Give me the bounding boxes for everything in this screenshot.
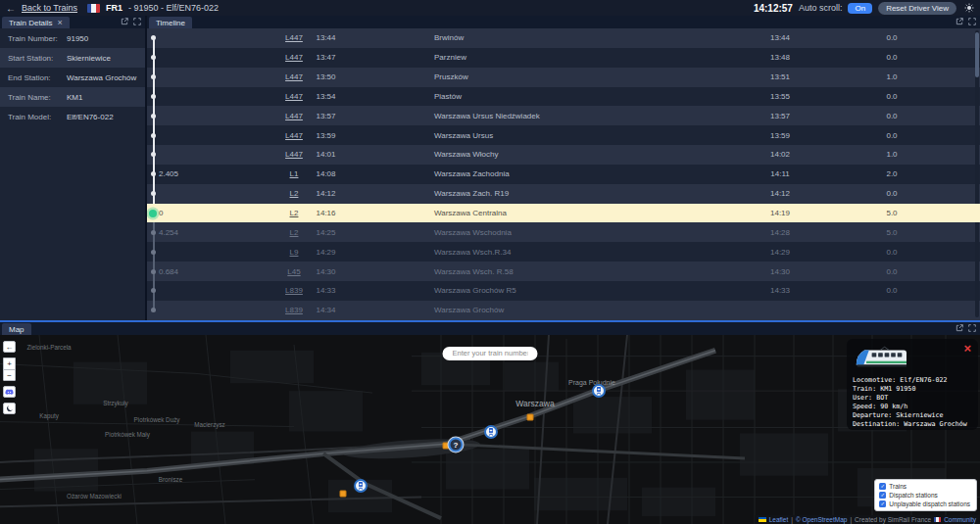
timeline-row[interactable]: L447 13:59 Warszawa Ursus 13:59 0.0 <box>147 125 980 145</box>
actual-time-cell: 14:12 <box>755 184 806 204</box>
selected-train-marker[interactable]: ? <box>449 438 464 453</box>
timeline-dot <box>151 308 156 312</box>
map-place-label: Ożarów Mazowiecki <box>67 493 122 500</box>
dark-mode-button[interactable] <box>3 403 16 414</box>
timeline-row[interactable]: L839 14:33 Warszawa Grochów R5 14:33 0.0 <box>147 281 980 301</box>
close-icon[interactable]: × <box>58 19 63 27</box>
moon-icon <box>6 405 14 412</box>
train-search-input[interactable] <box>443 347 538 360</box>
actual-time-cell <box>755 301 806 320</box>
timeline-row[interactable]: L447 13:47 Parzniew 13:48 0.0 <box>147 48 980 68</box>
layer-row[interactable]: ✓ Dispatch stations <box>879 492 970 499</box>
timeline-row[interactable]: 0 L2 14:16 Warszawa Centralna 14:19 5.0 <box>147 204 980 223</box>
detail-row: Train Name: KM1 <box>0 87 145 107</box>
tab-timeline[interactable]: Timeline <box>149 17 192 28</box>
popout-icon[interactable] <box>956 324 963 332</box>
detail-value: Warszawa Grochów <box>67 73 136 82</box>
station-cell: Warszawa Zachodnia <box>434 165 510 184</box>
station-cell: Warszawa Ursus <box>434 125 493 145</box>
scheduled-time-cell: 13:59 <box>304 125 348 145</box>
tab-map[interactable]: Map <box>2 323 31 335</box>
locomotive-details: Locomotive: Elf/EN76-022Train: KM1 91950… <box>853 376 972 429</box>
train-marker[interactable] <box>354 479 368 493</box>
station-cell: Warszawa Włochy <box>434 145 499 165</box>
timeline-row[interactable]: L447 14:01 Warszawa Włochy 14:02 1.0 <box>147 145 980 165</box>
zoom-in-button[interactable]: + <box>3 357 16 369</box>
timeline-row[interactable]: 4.254 L2 14:25 Warszawa Wschodnia 14:28 … <box>147 222 980 242</box>
leaflet-link[interactable]: Leaflet <box>769 516 789 523</box>
checkbox-checked-icon[interactable]: ✓ <box>879 483 886 490</box>
fullscreen-icon[interactable] <box>133 18 141 25</box>
back-to-trains-link[interactable]: Back to Trains <box>22 3 77 13</box>
map-back-button[interactable]: ← <box>3 341 16 353</box>
delay-cell: 5.0 <box>867 222 916 242</box>
timeline-row[interactable]: L2 14:12 Warszawa Zach. R19 14:12 0.0 <box>147 184 980 204</box>
checkbox-checked-icon[interactable]: ✓ <box>879 500 886 507</box>
timeline-row[interactable]: L839 14:34 Warszawa Grochów <box>147 301 980 320</box>
osm-link[interactable]: © OpenStreetMap <box>796 516 847 523</box>
timeline-scrollbar[interactable] <box>975 30 979 317</box>
discord-button[interactable] <box>3 386 16 398</box>
layer-row[interactable]: ✓ Unplayable dispatch stations <box>879 500 970 507</box>
fullscreen-icon[interactable] <box>968 18 976 25</box>
timeline-dot <box>151 230 156 235</box>
detail-row: Train Model: Elf/EN76-022 <box>0 107 145 126</box>
scrollbar-thumb[interactable] <box>975 32 979 77</box>
detail-value: KM1 <box>67 93 82 102</box>
theme-sun-icon[interactable] <box>964 3 974 13</box>
zoom-out-button[interactable]: − <box>3 369 16 381</box>
train-icon <box>595 387 603 395</box>
station-cell: Warszawa Wschodnia <box>434 222 512 242</box>
popout-icon[interactable] <box>121 18 128 25</box>
map-controls: ← + − <box>3 341 16 414</box>
station-cell: Parzniew <box>434 48 466 68</box>
timeline-dot <box>151 55 156 60</box>
train-marker[interactable] <box>484 425 498 439</box>
map-area[interactable]: Zielonki-Parcela Praga Południe Warszawa… <box>0 335 980 524</box>
tab-train-details[interactable]: Train Details × <box>2 17 70 28</box>
actual-time-cell: 14:19 <box>755 204 806 223</box>
timeline-row[interactable]: L447 13:50 Pruszków 13:51 1.0 <box>147 68 980 87</box>
tab-label: Map <box>9 325 24 334</box>
timeline-row[interactable]: L447 13:54 Piastów 13:55 0.0 <box>147 87 980 107</box>
reset-driver-view-button[interactable]: Reset Driver View <box>878 2 956 15</box>
delay-cell: 0.0 <box>867 28 916 48</box>
actual-time-cell: 13:55 <box>755 87 806 107</box>
fullscreen-icon[interactable] <box>968 324 976 332</box>
close-icon[interactable]: × <box>963 342 971 355</box>
french-flag-icon <box>87 4 100 13</box>
zoom-control: + − <box>3 357 16 381</box>
distance-cell: 0.684 <box>159 262 178 281</box>
delay-cell: 1.0 <box>867 145 916 165</box>
checkbox-checked-icon[interactable]: ✓ <box>879 492 886 499</box>
timeline-row[interactable]: L447 13:44 Brwinów 13:44 0.0 <box>147 28 980 48</box>
timeline-row[interactable]: L447 13:57 Warszawa Ursus Niedźwiadek 13… <box>147 106 980 125</box>
actual-time-cell: 13:57 <box>755 106 806 125</box>
train-marker[interactable] <box>592 384 606 398</box>
timeline-body: L447 13:44 Brwinów 13:44 0.0 L447 13:47 <box>147 28 980 320</box>
layer-row[interactable]: ✓ Trains <box>879 483 970 490</box>
back-arrow-icon[interactable]: ← <box>6 3 16 14</box>
timeline-row[interactable]: 2.405 L1 14:08 Warszawa Zachodnia 14:11 … <box>147 165 980 184</box>
distance-cell: 2.405 <box>159 165 178 184</box>
scheduled-time-cell: 14:29 <box>304 242 348 262</box>
auto-scroll-label: Auto scroll: <box>799 3 843 13</box>
timeline-row[interactable]: L9 14:29 Warszawa Wsch.R.34 14:29 0.0 <box>147 242 980 262</box>
delay-cell: 0.0 <box>867 125 916 145</box>
tab-label: Timeline <box>156 19 185 27</box>
community-link[interactable]: Community <box>944 516 976 523</box>
detail-label: Train Name: <box>0 93 67 102</box>
auto-scroll-toggle[interactable]: On <box>848 3 872 14</box>
actual-time-cell: 13:48 <box>755 48 806 68</box>
info-line: Speed: 90 km/h <box>853 403 972 411</box>
train-details-panel: Train Details × Train Number: 91950 <box>0 16 147 320</box>
timeline-dot <box>151 152 156 157</box>
timeline-dot <box>151 250 156 255</box>
popout-icon[interactable] <box>956 18 963 25</box>
dispatch-station-marker[interactable] <box>527 414 534 421</box>
tab-label: Train Details <box>9 19 53 27</box>
dispatch-station-marker[interactable] <box>340 491 347 498</box>
timeline-tab-bar: Timeline <box>147 16 980 28</box>
distance-cell: 0 <box>159 204 163 223</box>
timeline-row[interactable]: 0.684 L45 14:30 Warszawa Wsch. R.58 14:3… <box>147 262 980 281</box>
